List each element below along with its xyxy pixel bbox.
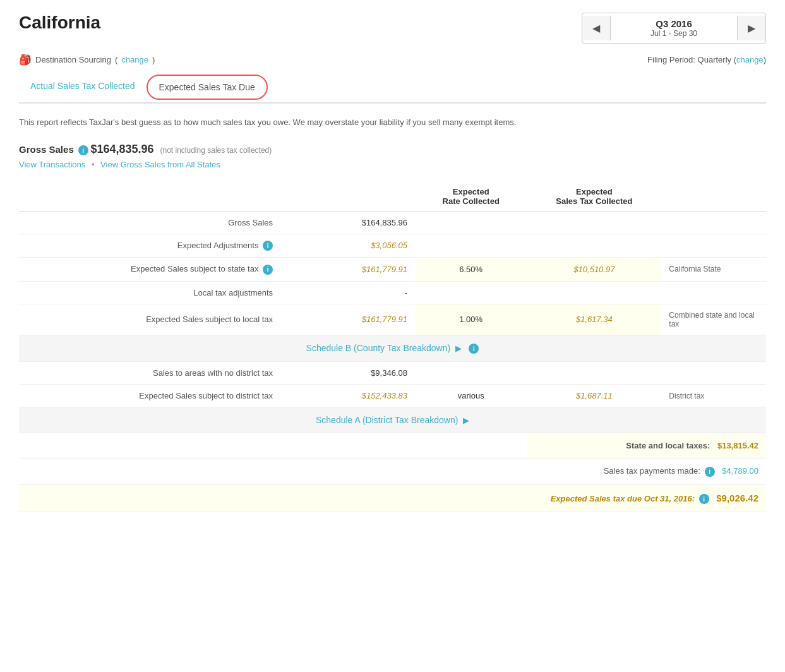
row-no-district-amount: $9,346.08 — [280, 362, 415, 385]
table-row: Expected Adjustments i $3,056.05 — [19, 234, 766, 258]
page-title: California — [19, 13, 100, 33]
row-gross-sales-amount: $164,835.96 — [280, 211, 415, 234]
page-header: California ◀ Q3 2016 Jul 1 - Sep 30 ▶ — [19, 13, 766, 44]
row-local-tax-amount: $161,779.91 — [280, 304, 415, 335]
row-local-tax-note: Combined state and local tax — [661, 304, 766, 335]
gross-sales-note: (not including sales tax collected) — [160, 146, 272, 155]
row-local-tax-label: Expected Sales subject to local tax — [19, 304, 280, 335]
row-local-adj-rate — [415, 281, 527, 304]
row-no-district-note — [661, 362, 766, 385]
col-header-label — [19, 182, 280, 212]
gross-sales-section: Gross Sales i $164,835.96 (not including… — [19, 143, 766, 169]
col-header-collected: ExpectedSales Tax Collected — [527, 182, 661, 212]
final-value: $9,026.42 — [716, 493, 758, 503]
quarter-dates: Jul 1 - Sep 30 — [630, 29, 718, 38]
payment-cell: Sales tax payments made: i $4,789.00 — [527, 459, 766, 485]
state-tax-info-icon[interactable]: i — [263, 265, 273, 275]
schedule-a-arrow-icon: ▶ — [463, 416, 469, 425]
summary-label: State and local taxes: — [626, 441, 710, 450]
gross-sales-links: View Transactions • View Gross Sales fro… — [19, 160, 766, 169]
row-gross-sales-label: Gross Sales — [19, 211, 280, 234]
row-local-adj-note — [661, 281, 766, 304]
gross-sales-label: Gross Sales — [19, 144, 74, 155]
table-row: Expected Sales subject to state tax i $1… — [19, 258, 766, 282]
payment-info-icon[interactable]: i — [705, 467, 715, 477]
col-header-rate: ExpectedRate Collected — [415, 182, 527, 212]
row-no-district-collected — [527, 362, 661, 385]
row-state-tax-rate: 6.50% — [415, 258, 527, 282]
row-local-tax-rate: 1.00% — [415, 304, 527, 335]
filing-period: Filing Period: Quarterly (change) — [647, 55, 766, 64]
row-local-tax-collected: $1,617.34 — [527, 304, 661, 335]
row-local-adj-collected — [527, 281, 661, 304]
table-row: Expected Sales subject to local tax $161… — [19, 304, 766, 335]
bag-icon: 🎒 — [19, 54, 32, 66]
row-district-tax-amount: $152,433.83 — [280, 385, 415, 407]
row-adjustments-amount: $3,056.05 — [280, 234, 415, 258]
row-state-tax-label: Expected Sales subject to state tax i — [19, 258, 280, 282]
adjustments-info-icon[interactable]: i — [263, 241, 273, 251]
row-district-tax-note: District tax — [661, 385, 766, 407]
row-district-tax-rate: various — [415, 385, 527, 407]
row-no-district-rate — [415, 362, 527, 385]
row-no-district-label: Sales to areas with no district tax — [19, 362, 280, 385]
row-adjustments-note — [661, 234, 766, 258]
schedule-b-row: Schedule B (County Tax Breakdown) ▶ i — [19, 335, 766, 362]
tab-bar: Actual Sales Tax Collected Expected Sale… — [19, 75, 766, 104]
schedule-a-row: Schedule A (District Tax Breakdown) ▶ — [19, 407, 766, 433]
gross-sales-info-icon[interactable]: i — [78, 145, 88, 155]
gross-sales-amount: $164,835.96 — [91, 143, 154, 155]
table-row: Local tax adjustments - — [19, 281, 766, 304]
row-state-tax-note: California State — [661, 258, 766, 282]
sourcing-left: 🎒 Destination Sourcing (change) — [19, 54, 155, 66]
final-label: Expected Sales tax due Oct 31, 2016: — [551, 494, 695, 503]
tax-table: ExpectedRate Collected ExpectedSales Tax… — [19, 182, 766, 513]
col-header-note — [661, 182, 766, 212]
schedule-b-cell: Schedule B (County Tax Breakdown) ▶ i — [19, 335, 766, 362]
sourcing-change-parens: ( — [115, 55, 117, 64]
schedule-a-link[interactable]: Schedule A (District Tax Breakdown) — [316, 415, 458, 425]
schedule-b-info-icon[interactable]: i — [469, 344, 479, 354]
quarter-title: Q3 2016 — [630, 18, 718, 29]
view-all-states-link[interactable]: View Gross Sales from All States — [100, 160, 220, 169]
gross-sales-header: Gross Sales i $164,835.96 (not including… — [19, 143, 766, 156]
prev-quarter-button[interactable]: ◀ — [582, 16, 611, 40]
payment-row: Sales tax payments made: i $4,789.00 — [19, 459, 766, 485]
row-gross-sales-rate — [415, 211, 527, 234]
row-state-tax-collected: $10,510.97 — [527, 258, 661, 282]
next-quarter-button[interactable]: ▶ — [737, 16, 765, 40]
final-cell: Expected Sales tax due Oct 31, 2016: i $… — [527, 484, 766, 512]
table-header-row: ExpectedRate Collected ExpectedSales Tax… — [19, 182, 766, 212]
col-header-amount — [280, 182, 415, 212]
tab-actual[interactable]: Actual Sales Tax Collected — [19, 75, 147, 104]
sourcing-row: 🎒 Destination Sourcing (change) Filing P… — [19, 54, 766, 66]
summary-value: $13,815.42 — [717, 441, 758, 450]
summary-cell: State and local taxes: $13,815.42 — [527, 433, 766, 459]
payment-value: $4,789.00 — [722, 466, 758, 476]
quarter-label: Q3 2016 Jul 1 - Sep 30 — [611, 13, 737, 43]
row-adjustments-collected — [527, 234, 661, 258]
row-adjustments-label: Expected Adjustments i — [19, 234, 280, 258]
row-district-tax-collected: $1,687.11 — [527, 385, 661, 407]
table-row: Expected Sales subject to district tax $… — [19, 385, 766, 407]
tab-expected[interactable]: Expected Sales Tax Due — [147, 75, 268, 100]
row-local-adj-label: Local tax adjustments — [19, 281, 280, 304]
schedule-b-arrow-icon: ▶ — [455, 344, 462, 353]
dot-separator: • — [92, 160, 95, 169]
payment-label: Sales tax payments made: — [604, 466, 700, 476]
row-adjustments-rate — [415, 234, 527, 258]
schedule-b-link[interactable]: Schedule B (County Tax Breakdown) — [306, 343, 451, 353]
schedule-a-cell: Schedule A (District Tax Breakdown) ▶ — [19, 407, 766, 433]
sourcing-change-link[interactable]: change — [121, 55, 148, 64]
table-row: Gross Sales $164,835.96 — [19, 211, 766, 234]
view-transactions-link[interactable]: View Transactions — [19, 160, 85, 169]
sourcing-label: Destination Sourcing — [35, 55, 111, 64]
quarter-navigator: ◀ Q3 2016 Jul 1 - Sep 30 ▶ — [582, 13, 766, 44]
row-gross-sales-collected — [527, 211, 661, 234]
row-local-adj-amount: - — [280, 281, 415, 304]
filing-change-link[interactable]: change — [736, 55, 764, 64]
table-row: Sales to areas with no district tax $9,3… — [19, 362, 766, 385]
final-info-icon[interactable]: i — [699, 494, 709, 504]
row-district-tax-label: Expected Sales subject to district tax — [19, 385, 280, 407]
row-gross-sales-note — [661, 211, 766, 234]
